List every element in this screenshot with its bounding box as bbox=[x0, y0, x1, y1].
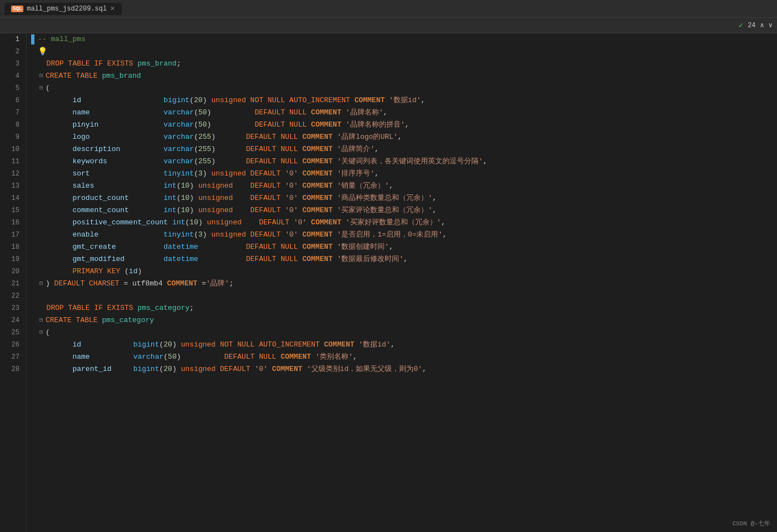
indent-26 bbox=[38, 339, 72, 351]
code-line-24: ⊟ CREATE TABLE pms_category bbox=[31, 314, 777, 327]
sp-13d bbox=[281, 180, 285, 192]
kw-default-18: DEFAULT bbox=[246, 241, 277, 253]
sp-11e bbox=[333, 155, 337, 168]
col-name-2: name bbox=[72, 351, 89, 363]
line-num-17: 17 bbox=[4, 229, 19, 241]
sp-9d bbox=[298, 131, 302, 143]
sp-10a bbox=[120, 143, 163, 155]
comma-14: , bbox=[432, 192, 437, 204]
editor-toolbar: ✓ 24 ∧ ∨ bbox=[0, 18, 777, 33]
paren-close-21: ) bbox=[46, 278, 54, 290]
code-line-27: name varchar ( 50 ) DEFAULT NULL COMMENT… bbox=[31, 351, 777, 363]
kw-default-27: DEFAULT bbox=[225, 351, 255, 363]
paren-9b: ) bbox=[211, 131, 216, 143]
sp-12e bbox=[298, 168, 302, 180]
sp-12d bbox=[281, 168, 285, 180]
sp-17c bbox=[246, 229, 251, 241]
table-brand-1: pms_brand bbox=[137, 58, 176, 70]
sp-11a bbox=[107, 155, 163, 168]
line-num-21: 21 bbox=[4, 278, 19, 290]
num-20-28: 20 bbox=[163, 363, 172, 375]
type-int-13: int bbox=[163, 180, 176, 192]
fold-icon-24[interactable]: ⊟ bbox=[38, 314, 44, 327]
str-enable: '是否启用，1=启用，0=未启用' bbox=[337, 229, 442, 241]
kw-comment-13: COMMENT bbox=[302, 180, 333, 192]
sp-28a bbox=[112, 363, 133, 375]
code-content[interactable]: -- mall_pms 💡 DROP TABLE IF EXISTS pms_b… bbox=[27, 33, 777, 532]
num-10-14: 10 bbox=[181, 192, 190, 204]
sp-27b bbox=[181, 351, 225, 363]
line-num-8: 8 bbox=[4, 119, 19, 131]
sp-9b bbox=[216, 131, 246, 143]
line-num-16: 16 bbox=[4, 217, 19, 229]
num-20-1: 20 bbox=[194, 94, 203, 107]
code-line-17: enable tinyint ( 3 ) unsigned DEFAULT '0… bbox=[31, 229, 777, 241]
str-zero-16: '0' bbox=[293, 217, 306, 229]
down-arrow[interactable]: ∨ bbox=[769, 21, 773, 29]
fold-icon-5[interactable]: ⊟ bbox=[38, 82, 44, 94]
kw-primary-1: PRIMARY KEY bbox=[72, 265, 124, 278]
paren-8a: ( bbox=[194, 119, 198, 131]
sp-15d bbox=[281, 204, 285, 217]
line-num-6: 6 bbox=[4, 94, 19, 107]
code-line-26: id bigint ( 20 ) unsigned NOT NULL AUTO_… bbox=[31, 339, 777, 351]
sp-10d bbox=[298, 143, 302, 155]
file-tab[interactable]: SQL mall_pms_jsd2209.sql × bbox=[4, 3, 122, 15]
str-product-count: '商品种类数量总和（冗余）' bbox=[337, 192, 432, 204]
kw-comment-26: COMMENT bbox=[324, 339, 355, 351]
semi-23: ; bbox=[190, 302, 194, 314]
kw-auto-inc-1: AUTO_INCREMENT bbox=[290, 94, 350, 107]
str-zero-15: '0' bbox=[285, 204, 298, 217]
sp-6f bbox=[385, 94, 389, 107]
sp-12b bbox=[207, 168, 211, 180]
kw-null-19: NULL bbox=[281, 253, 298, 265]
indent-27 bbox=[38, 351, 72, 363]
sp-16a bbox=[168, 217, 172, 229]
indent-23 bbox=[38, 302, 47, 314]
sp-8a bbox=[98, 119, 163, 131]
kw-auto-inc-26: AUTO_INCREMENT bbox=[259, 339, 320, 351]
fold-icon-25[interactable]: ⊟ bbox=[38, 327, 44, 339]
up-arrow[interactable]: ∧ bbox=[760, 21, 764, 29]
sp-15e bbox=[298, 204, 302, 217]
kw-create-2: CREATE TABLE bbox=[46, 314, 102, 327]
col-id-2: id bbox=[72, 339, 81, 351]
sp-8b bbox=[211, 119, 255, 131]
line-num-25: 25 bbox=[4, 327, 19, 339]
punct-semi-1: ; bbox=[177, 58, 181, 70]
sp-8d bbox=[307, 119, 311, 131]
kw-null-18: NULL bbox=[281, 241, 298, 253]
sp-6d bbox=[285, 94, 290, 107]
fold-icon-21[interactable]: ⊟ bbox=[38, 278, 44, 290]
sp-17a bbox=[98, 229, 163, 241]
code-line-8: pinyin varchar ( 50 ) DEFAULT NULL COMME… bbox=[31, 119, 777, 131]
comma-12: , bbox=[375, 168, 379, 180]
kw-default-12: DEFAULT bbox=[250, 168, 281, 180]
sp-14c bbox=[233, 192, 250, 204]
type-tinyint-12: tinyint bbox=[163, 168, 194, 180]
sp-11c bbox=[276, 155, 281, 168]
line-num-24: 24 bbox=[4, 314, 19, 327]
sp-7c bbox=[285, 107, 290, 119]
sp-11b bbox=[216, 155, 246, 168]
kw-comment-15: COMMENT bbox=[302, 204, 333, 217]
run-icon[interactable]: ✓ bbox=[739, 21, 743, 30]
paren-13b: ) bbox=[190, 180, 194, 192]
str-pos-comment: '买家好评数量总和（冗余）' bbox=[346, 217, 441, 229]
code-line-25: ⊟ ( bbox=[31, 327, 777, 339]
sp-26a bbox=[81, 339, 133, 351]
sp-7e bbox=[341, 107, 346, 119]
str-zero-17: '0' bbox=[285, 229, 298, 241]
sp-16c bbox=[242, 217, 259, 229]
code-line-19: gmt_modified datetime DEFAULT NULL COMME… bbox=[31, 253, 777, 265]
code-line-3: DROP TABLE IF EXISTS pms_brand ; bbox=[31, 58, 777, 70]
indent-14 bbox=[38, 192, 72, 204]
tab-close-button[interactable]: × bbox=[110, 5, 114, 13]
comma-26: , bbox=[391, 339, 395, 351]
indent-17 bbox=[38, 229, 72, 241]
toolbar-right: ✓ 24 ∧ ∨ bbox=[739, 21, 773, 30]
kw-unsigned-26: unsigned bbox=[181, 339, 216, 351]
num-50-8: 50 bbox=[198, 119, 207, 131]
col-keywords: keywords bbox=[72, 155, 107, 168]
fold-icon-4[interactable]: ⊟ bbox=[38, 70, 44, 82]
